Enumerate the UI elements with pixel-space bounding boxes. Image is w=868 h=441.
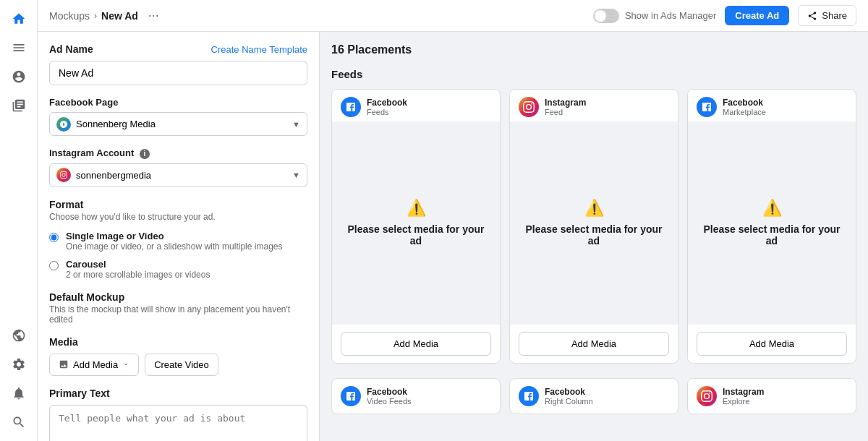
placements-count: 16 Placements [331, 43, 856, 56]
instagram-account-icon [56, 168, 71, 182]
placement-header-facebook-feeds: Facebook Feeds [332, 90, 500, 121]
facebook-right-column-icon [519, 386, 539, 406]
show-in-ads-manager-toggle[interactable]: Show in Ads Manager [593, 9, 716, 23]
placement-grid: Facebook Feeds ⚠️ Please select media fo… [331, 89, 856, 364]
feeds-section: Feeds Facebook Feeds [331, 68, 856, 364]
placement-card-facebook-marketplace: Facebook Marketplace ⚠️ Please select me… [687, 89, 856, 364]
breadcrumb: Mockups › New Ad ··· [49, 5, 587, 26]
format-carousel-option[interactable]: Carousel 2 or more scrollable images or … [49, 259, 307, 280]
sidebar-settings-icon[interactable] [6, 351, 32, 377]
facebook-feeds-add-media-button[interactable]: Add Media [341, 332, 491, 356]
placement-card-facebook-feeds: Facebook Feeds ⚠️ Please select media fo… [331, 89, 501, 364]
sidebar-home-icon[interactable] [6, 6, 32, 32]
placement-body-instagram-feed: ⚠️ Please select media for your ad [510, 121, 678, 324]
breadcrumb-current: New Ad [101, 10, 138, 22]
media-title: Media [49, 336, 307, 348]
create-video-button[interactable]: Create Video [145, 354, 218, 376]
placement-header-facebook-marketplace: Facebook Marketplace [688, 90, 856, 121]
facebook-marketplace-add-media-button[interactable]: Add Media [697, 332, 847, 356]
facebook-video-feeds-icon [341, 386, 361, 406]
format-title: Format [49, 199, 307, 210]
format-single-image-option[interactable]: Single Image or Video One image or video… [49, 231, 307, 252]
ad-name-header: Ad Name Create Name Template [49, 43, 307, 55]
sidebar-menu-icon[interactable] [6, 35, 32, 61]
facebook-video-feeds-subname: Video Feeds [367, 397, 412, 406]
share-button[interactable]: Share [798, 5, 856, 26]
bottom-placements-grid: Facebook Video Feeds Facebook Right Colu… [331, 378, 856, 414]
instagram-account-select-wrapper: sonnenbergmedia ▼ [49, 163, 307, 187]
ad-name-label: Ad Name [49, 43, 93, 55]
share-label: Share [822, 10, 847, 21]
instagram-explore-subname: Explore [723, 397, 764, 406]
add-media-button[interactable]: Add Media [49, 354, 139, 376]
toggle-label: Show in Ads Manager [625, 10, 716, 21]
sidebar-profile-icon[interactable] [6, 64, 32, 90]
add-media-label: Add Media [73, 359, 118, 370]
instagram-account-select[interactable]: sonnenbergmedia [49, 163, 307, 187]
format-carousel-radio[interactable] [49, 261, 59, 270]
format-single-image-radio[interactable] [49, 233, 59, 242]
format-carousel-label: Carousel [66, 259, 210, 270]
share-icon [807, 11, 817, 21]
instagram-feed-platform-icon [519, 97, 539, 117]
header-actions: Show in Ads Manager Create Ad Share [593, 5, 856, 26]
placement-body-facebook-marketplace: ⚠️ Please select media for your ad [688, 121, 856, 324]
toggle-switch[interactable] [593, 9, 619, 23]
primary-text-section: Primary Text [49, 388, 307, 442]
facebook-page-select-wrapper: Sonnenberg Media ▼ [49, 112, 307, 136]
facebook-page-icon [56, 117, 71, 132]
facebook-marketplace-placeholder-text: Please select media for your ad [699, 223, 844, 247]
format-carousel-desc: 2 or more scrollable images or videos [66, 270, 210, 280]
placement-header-instagram-feed: Instagram Feed [510, 90, 678, 121]
sidebar-globe-icon[interactable] [6, 322, 32, 348]
instagram-feed-warning-icon: ⚠️ [584, 199, 604, 218]
create-ad-button[interactable]: Create Ad [725, 6, 789, 25]
sidebar-search-icon[interactable] [6, 409, 32, 435]
placement-body-facebook-feeds: ⚠️ Please select media for your ad [332, 121, 500, 324]
facebook-feeds-warning-icon: ⚠️ [407, 199, 426, 218]
default-mockup-section: Default Mockup This is the mockup that w… [49, 291, 307, 325]
breadcrumb-chevron: › [94, 11, 97, 21]
more-options-icon[interactable]: ··· [142, 5, 165, 26]
sidebar-notifications-icon[interactable] [6, 380, 32, 406]
facebook-page-select[interactable]: Sonnenberg Media [49, 112, 307, 136]
placement-footer-facebook-marketplace: Add Media [688, 324, 856, 363]
placement-card-facebook-video-feeds: Facebook Video Feeds [331, 378, 501, 414]
format-section: Format Choose how you'd like to structur… [49, 199, 307, 280]
primary-text-title: Primary Text [49, 388, 307, 399]
facebook-marketplace-warning-icon: ⚠️ [762, 199, 782, 218]
media-section: Media Add Media Create Video [49, 336, 307, 376]
left-panel: Ad Name Create Name Template Facebook Pa… [38, 32, 320, 441]
placement-card-instagram-feed: Instagram Feed ⚠️ Please select media fo… [509, 89, 678, 364]
main-container: Mockups › New Ad ··· Show in Ads Manager… [38, 0, 868, 441]
instagram-explore-name: Instagram [723, 387, 764, 397]
ad-name-input[interactable] [49, 61, 307, 85]
header: Mockups › New Ad ··· Show in Ads Manager… [38, 0, 868, 32]
facebook-feeds-placeholder-text: Please select media for your ad [344, 223, 488, 247]
create-name-template-button[interactable]: Create Name Template [211, 44, 307, 55]
instagram-feed-add-media-button[interactable]: Add Media [519, 332, 669, 356]
facebook-right-column-name: Facebook [545, 387, 593, 397]
right-panel: 16 Placements Feeds Facebook Feeds [320, 32, 868, 441]
instagram-explore-icon [697, 386, 717, 406]
facebook-marketplace-platform-name: Facebook [723, 98, 766, 108]
facebook-feeds-subname: Feeds [367, 108, 407, 116]
default-mockup-title: Default Mockup [49, 291, 307, 303]
sidebar-library-icon[interactable] [6, 93, 32, 119]
add-media-chevron-icon [122, 361, 129, 368]
format-single-image-label: Single Image or Video [66, 231, 282, 241]
placement-card-instagram-explore: Instagram Explore [687, 378, 856, 414]
instagram-info-icon[interactable]: i [140, 149, 150, 159]
facebook-marketplace-platform-icon [697, 97, 717, 117]
format-subtitle: Choose how you'd like to structure your … [49, 212, 307, 222]
feeds-title: Feeds [331, 68, 856, 80]
placement-footer-instagram-feed: Add Media [510, 324, 678, 363]
facebook-feeds-platform-name: Facebook [367, 98, 407, 108]
instagram-feed-placeholder-text: Please select media for your ad [522, 223, 666, 247]
primary-text-input[interactable] [49, 405, 307, 442]
instagram-feed-platform-name: Instagram [545, 98, 586, 108]
media-buttons: Add Media Create Video [49, 354, 307, 376]
breadcrumb-parent[interactable]: Mockups [49, 10, 90, 22]
placement-card-facebook-right-column: Facebook Right Column [509, 378, 678, 414]
placement-footer-facebook-feeds: Add Media [332, 324, 500, 363]
